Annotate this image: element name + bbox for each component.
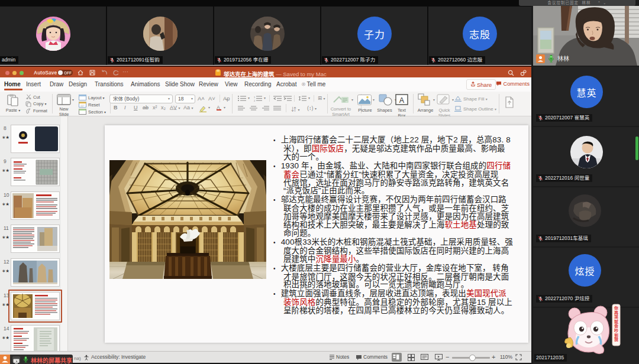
svg-text:1: 1 <box>254 96 256 99</box>
svg-text:A: A <box>399 96 405 105</box>
svg-text:2: 2 <box>254 99 256 102</box>
svg-text:我: 我 <box>614 337 618 342</box>
